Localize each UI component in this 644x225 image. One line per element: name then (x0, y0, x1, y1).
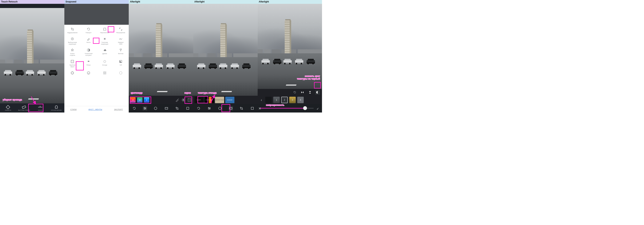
svg-rect-35 (186, 107, 189, 110)
svg-point-24 (188, 99, 189, 99)
dots-icon (119, 71, 123, 75)
nav-revert[interactable] (196, 106, 201, 110)
grain-icon (70, 60, 74, 64)
svg-point-19 (104, 72, 106, 74)
grain-icon[interactable] (187, 98, 192, 102)
ss-tool-expand[interactable]: Расширение (113, 26, 129, 35)
nav-crop[interactable] (239, 106, 244, 110)
ss-tool-label: Крупное зерно (70, 64, 76, 68)
nav-square[interactable] (250, 106, 254, 110)
comparison-row: Touch Retouch убирает провода ОБ (0, 0, 322, 112)
nav-sliders[interactable] (207, 106, 212, 110)
preset-1[interactable]: 1 (273, 97, 280, 103)
svg-point-12 (71, 72, 72, 73)
nav-film[interactable] (228, 106, 233, 110)
svg-rect-5 (71, 60, 74, 63)
nav-hue[interactable] (153, 106, 158, 110)
nav-hue[interactable] (218, 106, 222, 110)
rotate-icon[interactable] (292, 90, 297, 95)
ss-tool-grain[interactable]: Крупное зерно (64, 58, 80, 69)
ss-tool-reel[interactable] (64, 70, 80, 77)
tr-quick[interactable]: БЫСТРЫЕ ПРАВКИ (18, 105, 31, 111)
svg-point-11 (72, 72, 73, 72)
tr-lines-label: ЛИНИИ (38, 110, 43, 111)
thumb-dusty[interactable]: DUSTY (194, 97, 204, 103)
tr-objects[interactable]: ОБЪЕКТЫ (1, 105, 15, 111)
svg-point-20 (120, 72, 122, 74)
opacity-slider[interactable] (260, 106, 314, 110)
panel-snapseed: Snapseed КадрированиеПоворотПерспективаР… (64, 0, 129, 112)
tr-quick-label: БЫСТРЫЕ ПРАВКИ (18, 110, 30, 111)
ss-tool-label: Кисть (87, 42, 91, 44)
ss-tool-retro[interactable]: Ретро (80, 58, 97, 69)
flip-vertical-icon[interactable] (308, 90, 312, 95)
ss-tool-dots[interactable] (113, 70, 129, 77)
svg-point-13 (73, 72, 74, 73)
tr-lines[interactable]: ЛИНИИ (34, 105, 47, 111)
hdr-icon (119, 37, 123, 41)
ss-tool-grunge[interactable]: Grunge (96, 58, 113, 69)
invert-color-icon[interactable] (315, 90, 320, 95)
swatch-hue[interactable]: H (130, 97, 136, 102)
reel-icon (70, 71, 74, 75)
tab-export[interactable]: ЭКСПОРТ (114, 108, 123, 110)
nav-crop[interactable] (175, 106, 180, 110)
ss-tool-facecrop[interactable] (96, 70, 113, 77)
ss-tool-perspective[interactable]: Перспектива (96, 26, 113, 35)
ss-tool-label: Кадрирование (68, 32, 78, 34)
tab-styles[interactable]: СТИЛИ (70, 108, 76, 110)
expand-icon (119, 27, 123, 31)
chevron-left-icon[interactable]: ‹ (259, 98, 264, 102)
facecrop-icon (103, 71, 107, 75)
panel-title: Touch Retouch (0, 0, 64, 4)
tr-clone-label: КЛОНИРОВАНИЕ (51, 110, 62, 111)
ss-tool-rotate[interactable]: Поворот (80, 26, 97, 35)
preset-2-selected[interactable]: 2 (281, 97, 288, 103)
photo (129, 4, 193, 96)
grunge-icon (103, 60, 107, 64)
ss-tool-selective[interactable]: Выборочная коррекция (64, 36, 80, 46)
preset-blank[interactable] (265, 97, 272, 103)
nav-square[interactable] (186, 106, 190, 110)
nav-sliders[interactable] (142, 106, 147, 110)
clone-stamp-icon (54, 105, 58, 109)
svg-point-17 (89, 72, 89, 73)
ss-tool-hdr[interactable]: Эффект HDR (113, 36, 129, 46)
svg-point-16 (88, 72, 88, 73)
ss-tool-heal[interactable]: Точечная коррекция (96, 36, 113, 46)
ss-tool-glamour[interactable]: Блеск софита (64, 47, 80, 58)
ss-tool-drama[interactable]: Драма (96, 47, 113, 58)
thumb-lightleak[interactable]: LIGHT LEAK (205, 97, 214, 103)
preset-4[interactable]: 4 (297, 97, 304, 103)
confirm-button[interactable]: ✓ (315, 107, 320, 110)
brush-icon[interactable] (175, 98, 180, 102)
ss-tool-tonal[interactable]: Тональный контраст (80, 47, 97, 58)
nav-film[interactable] (164, 106, 169, 110)
tab-tools[interactable]: ИНСТ…МЕНТЫ (88, 108, 102, 110)
preset-3[interactable]: 3 (289, 97, 296, 103)
thumb-wander[interactable]: WANDER (225, 97, 234, 103)
objects-icon (6, 105, 10, 109)
ss-tool-label: Драма (102, 53, 107, 55)
thumb-instantfilm[interactable]: INSTANT FILM (215, 97, 224, 103)
ss-tab-bar: СТИЛИ ИНСТ…МЕНТЫ ЭКСПОРТ (64, 106, 129, 112)
ss-tool-vintage[interactable]: Винтаж (113, 47, 129, 58)
ss-tool-crop[interactable]: Кадрирование (64, 26, 80, 35)
line-remove-icon (38, 105, 42, 109)
rotate-icon (86, 27, 91, 31)
ss-tool-label: Ретро (86, 64, 91, 66)
selective-icon (70, 37, 74, 41)
swatch-shadow[interactable]: S (144, 97, 149, 102)
svg-point-31 (145, 108, 146, 109)
ss-tool-brush[interactable]: Кисть (80, 36, 97, 46)
ss-tool-bw[interactable]: Ч/б (113, 58, 129, 69)
flip-horizontal-icon[interactable] (300, 90, 305, 95)
vignette-icon[interactable] (181, 98, 186, 102)
nav-revert[interactable] (132, 106, 136, 110)
tr-clone[interactable]: КЛОНИРОВАНИЕ (50, 105, 63, 111)
ss-tool-face[interactable] (80, 70, 97, 77)
ss-tool-grid: КадрированиеПоворотПерспективаРасширение… (64, 25, 129, 77)
svg-point-28 (190, 100, 190, 101)
swatch-mid[interactable]: M (137, 97, 142, 102)
tonal-icon (86, 48, 91, 52)
